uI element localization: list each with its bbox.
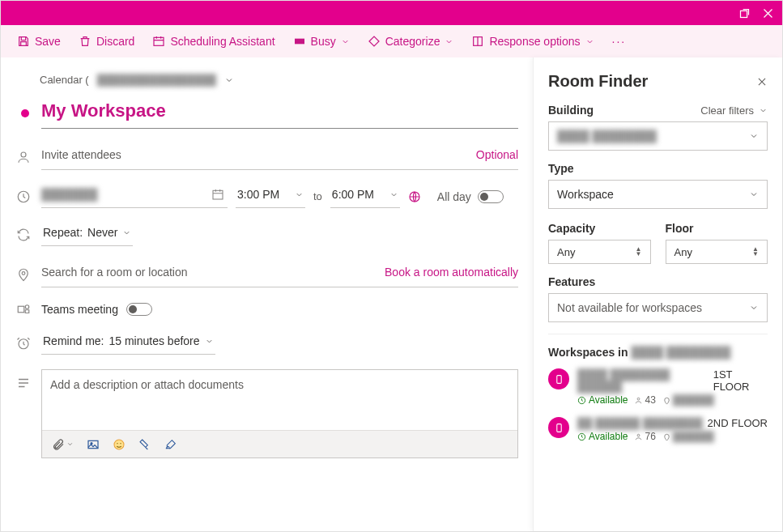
type-select[interactable]: Workspace [548,180,768,209]
time-to-label: to [313,190,322,202]
calendar-icon [211,188,224,201]
svg-point-14 [114,440,124,449]
workspace-capacity: 43 [645,394,655,406]
teams-icon [16,302,31,317]
room-finder-title: Room Finder [548,72,648,91]
workspace-item[interactable]: ████ ████████ ██████ 1ST FLOOR Available… [548,368,768,406]
svg-rect-1 [154,37,164,45]
type-label: Type [548,162,574,175]
workspace-item[interactable]: ██ ██████ ████████ 2ND FLOOR Available 7… [548,417,768,442]
discard-button[interactable]: Discard [79,35,134,48]
floor-select[interactable]: Any ▲▼ [666,240,768,264]
end-time-select[interactable]: 6:00 PM [330,185,400,208]
type-value: Workspace [557,188,614,201]
people-icon: 43 [634,394,655,406]
breadcrumb-text: Calendar ( [40,74,89,86]
command-toolbar: Save Discard Scheduling Assistant Busy C… [1,25,782,57]
building-select[interactable]: ████ ████████ [548,121,768,151]
signature-icon[interactable] [164,438,177,451]
start-time-select[interactable]: 3:00 PM [236,185,305,208]
building-value: ████ ████████ [557,130,657,143]
repeat-prefix: Repeat: [43,226,83,239]
spinner-icon: ▲▼ [636,247,642,257]
svg-rect-20 [556,423,560,432]
room-finder-panel: Room Finder Building Clear filters ████ … [533,57,782,531]
timezone-icon[interactable] [408,190,421,203]
features-select[interactable]: Not available for workspaces [548,293,768,322]
reminder-select[interactable]: Remind me: 15 minutes before [41,331,215,355]
svg-rect-2 [295,39,304,45]
workspace-name-hidden: ████ ████████ ██████ [577,368,709,393]
repeat-icon [16,228,31,242]
workspace-list-header: Workspaces in ████ ████████ [548,346,768,359]
teams-toggle[interactable] [126,303,152,316]
save-button[interactable]: Save [17,35,61,48]
calendar-picker[interactable]: Calendar ( ████████████████ [40,74,518,86]
reminder-icon [16,336,31,351]
description-input[interactable]: Add a description or attach documents [42,370,517,430]
floor-value: Any [674,246,692,258]
format-painter-icon[interactable] [138,438,151,451]
more-actions-button[interactable]: ··· [612,35,627,48]
workspace-badge-icon [548,417,569,438]
building-label: Building [548,104,594,117]
allday-label: All day [437,190,471,203]
date-value: ███████ [41,188,97,201]
clock-icon [16,189,31,204]
allday-toggle[interactable] [478,190,504,203]
features-label: Features [548,275,595,288]
svg-rect-17 [556,375,560,383]
busy-dropdown[interactable]: Busy [293,35,350,48]
busy-label: Busy [311,35,336,48]
workspace-name-hidden: ██ ██████ ████████ [577,417,703,429]
location-icon [16,267,31,282]
workspace-badge-icon [548,368,569,389]
start-time-value: 3:00 PM [237,188,279,201]
emoji-icon[interactable] [113,438,126,451]
optional-attendees-button[interactable]: Optional [476,148,518,161]
repeat-select[interactable]: Repeat: Never [41,223,133,246]
capacity-value: Any [557,246,575,258]
reminder-value: 15 minutes before [109,334,199,347]
pin-icon: ██████ [662,394,714,406]
people-icon: 76 [634,431,655,442]
capacity-label: Capacity [548,222,595,235]
insert-image-icon[interactable] [87,438,100,451]
description-toolbar [42,430,517,458]
svg-point-10 [25,305,29,309]
location-input[interactable]: Search for a room or location [41,266,188,279]
workspace-status: Available [589,431,628,442]
features-value: Not available for workspaces [557,301,702,314]
window-titlebar [1,1,782,25]
popout-icon[interactable] [738,7,751,19]
close-panel-icon[interactable] [756,76,768,87]
capacity-input[interactable]: Any ▲▼ [548,240,651,264]
category-color-dot [21,109,29,117]
discard-label: Discard [96,35,134,48]
categorize-dropdown[interactable]: Categorize [368,35,454,48]
auto-book-link[interactable]: Book a room automatically [385,266,518,279]
repeat-value: Never [87,226,117,239]
workspace-status: Available [589,394,628,406]
workspace-name: 2ND FLOOR [708,417,768,429]
save-label: Save [35,35,61,48]
description-box: Add a description or attach documents [41,369,518,458]
workspace-capacity: 76 [645,431,655,442]
svg-point-22 [638,434,640,436]
date-input[interactable]: ███████ [41,185,228,208]
scheduling-label: Scheduling Assistant [170,35,274,48]
svg-point-19 [638,398,640,400]
close-window-icon[interactable] [762,7,774,19]
response-options-dropdown[interactable]: Response options [471,35,594,48]
clear-filters-button[interactable]: Clear filters [700,104,768,117]
description-icon [16,376,31,390]
pin-icon: ██████ [662,431,714,442]
workspace-name: 1ST FLOOR [713,368,768,393]
meeting-form: Calendar ( ████████████████ In [1,57,533,531]
scheduling-assistant-button[interactable]: Scheduling Assistant [152,35,274,48]
svg-point-15 [117,443,117,444]
categorize-label: Categorize [385,35,440,48]
attendees-input[interactable]: Invite attendees [41,148,121,161]
attach-icon[interactable] [52,438,74,451]
title-input[interactable] [41,97,518,128]
